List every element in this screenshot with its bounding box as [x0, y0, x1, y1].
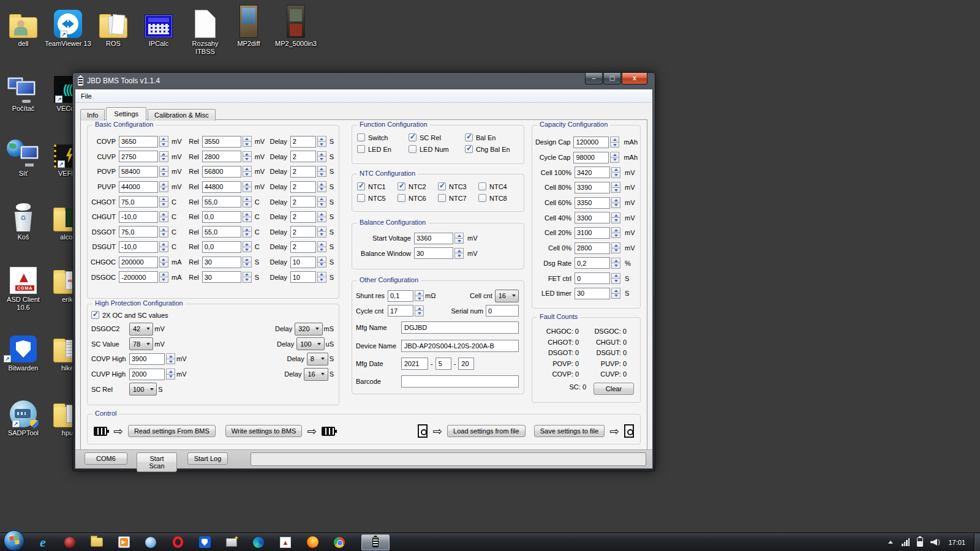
spinner-down[interactable] [611, 203, 620, 209]
rel-input[interactable] [202, 166, 241, 178]
checkbox[interactable]: ✓ [398, 182, 405, 190]
chevron-down-icon[interactable] [318, 369, 328, 380]
delay-input[interactable] [290, 211, 316, 223]
value-input[interactable] [119, 226, 158, 238]
chevron-down-icon[interactable] [147, 383, 156, 395]
spinner-down[interactable] [317, 171, 326, 178]
rel-input[interactable] [202, 211, 241, 223]
spinner-down[interactable] [243, 247, 252, 253]
cuvp-high-delay-dropdown[interactable]: 16 [304, 368, 328, 381]
load-settings-button[interactable]: Load settings from file [447, 425, 526, 437]
delay-input[interactable] [290, 181, 316, 193]
clock[interactable]: 17:01 [948, 539, 965, 546]
clear-button[interactable]: Clear [594, 383, 634, 395]
spinner-down[interactable] [317, 277, 326, 283]
tab-settings[interactable]: Settings [106, 107, 146, 121]
read-settings-button[interactable]: Read settings From BMS [128, 425, 216, 437]
start-log-button[interactable]: Start Log [187, 452, 228, 465]
value-input[interactable] [119, 211, 158, 223]
spinner-down[interactable] [317, 262, 326, 268]
spinner-down[interactable] [611, 187, 620, 193]
spinner-down[interactable] [243, 277, 252, 283]
checkbox[interactable]: ✓ [398, 194, 405, 202]
function-checkbox[interactable]: ✓ Chg Bal En [465, 145, 524, 153]
value-input[interactable] [119, 181, 158, 193]
spinner-down[interactable] [159, 156, 168, 162]
checkbox[interactable]: ✓ [465, 145, 473, 153]
device-install-icon[interactable] [225, 536, 238, 549]
covp-high-delay-dropdown[interactable]: 8 [307, 353, 328, 365]
spinner-down[interactable] [159, 141, 168, 148]
spinner-down[interactable] [415, 296, 424, 302]
ntc-checkbox[interactable]: ✓ NTC6 [398, 194, 438, 202]
rel-input[interactable] [202, 257, 241, 268]
function-checkbox[interactable]: ✓ Switch [357, 133, 409, 141]
cuvp-high-input[interactable] [129, 369, 165, 380]
value-input[interactable] [573, 137, 609, 148]
spinner-down[interactable] [317, 217, 326, 223]
ntc-checkbox[interactable]: ✓ NTC1 [357, 182, 398, 190]
dsgoc2-dropdown[interactable]: 42 [129, 323, 153, 335]
spinner-down[interactable] [159, 171, 168, 178]
function-checkbox[interactable]: ✓ LED En [357, 145, 409, 153]
network-signal-icon[interactable] [902, 538, 910, 546]
desktop-icon-mp2-5000in3[interactable]: MP2_5000in3 [273, 4, 319, 48]
value-input[interactable] [575, 288, 610, 299]
hidden-icons-arrow[interactable] [888, 541, 893, 544]
checkbox[interactable]: ✓ [357, 194, 365, 202]
value-input[interactable] [575, 227, 610, 239]
spinner-down[interactable] [243, 156, 252, 162]
ntc-checkbox[interactable]: ✓ NTC8 [478, 194, 519, 202]
spinner-down[interactable] [317, 231, 326, 238]
sc-value-dropdown[interactable]: 78 [129, 337, 153, 350]
bitwarden-icon[interactable] [198, 536, 211, 549]
device-name-input[interactable] [401, 340, 519, 352]
delay-input[interactable] [290, 271, 316, 283]
media-player-icon[interactable]: ▶ [117, 536, 130, 549]
volume-icon[interactable]: ) [930, 539, 940, 545]
spinner-down[interactable] [159, 247, 168, 253]
checkbox[interactable]: ✓ [465, 133, 473, 141]
value-input[interactable] [575, 272, 610, 284]
value-input[interactable] [119, 241, 158, 253]
desktop-icon-ipcalc[interactable]: IPCalc [135, 4, 182, 48]
spinner-down[interactable] [611, 217, 620, 223]
checkbox[interactable]: ✓ [438, 182, 446, 190]
maximize-button[interactable]: ▢ [603, 73, 621, 84]
ntc-checkbox[interactable]: ✓ NTC3 [438, 182, 478, 190]
tab-info[interactable]: Info [80, 109, 105, 121]
ntc-checkbox[interactable]: ✓ NTC2 [398, 182, 438, 190]
checkbox[interactable]: ✓ [357, 182, 365, 190]
delay-input[interactable] [290, 257, 316, 268]
chevron-down-icon[interactable] [143, 338, 153, 350]
spinner-down[interactable] [610, 157, 619, 163]
chevron-down-icon[interactable] [509, 290, 518, 302]
checkbox[interactable]: ✓ [409, 133, 417, 141]
spinner-down[interactable] [611, 172, 620, 178]
spinner-down[interactable] [159, 277, 168, 283]
mfg-name-input[interactable] [401, 321, 519, 334]
spinner-down[interactable] [159, 217, 168, 223]
2x-oc-sc-checkbox[interactable]: ✓ 2X OC and SC values [91, 311, 168, 319]
spinner-down[interactable] [611, 233, 620, 239]
spinner-down[interactable] [317, 247, 326, 253]
checkbox[interactable]: ✓ [91, 311, 99, 319]
value-input[interactable] [119, 136, 158, 148]
desktop-icon-computer[interactable]: Počítač [0, 69, 47, 113]
chevron-down-icon[interactable] [313, 323, 322, 335]
rel-input[interactable] [202, 151, 241, 162]
delay-input[interactable] [290, 166, 316, 178]
desktop-icon-bitwarden[interactable]: ↗ Bitwarden [0, 328, 47, 372]
value-input[interactable] [575, 242, 610, 254]
checkbox[interactable]: ✓ [357, 133, 365, 141]
tab-calibration-misc[interactable]: Calibration & Misc [148, 109, 216, 121]
chrome-icon[interactable] [333, 536, 346, 549]
sc-rel-dropdown[interactable]: 100 [129, 383, 157, 395]
media-app-icon[interactable] [63, 536, 77, 549]
value-input[interactable] [575, 197, 610, 209]
function-checkbox[interactable]: ✓ Bal En [465, 133, 524, 141]
spinner-down[interactable] [610, 142, 619, 148]
desktop-icon-recycle-bin[interactable]: ♻ Koš [0, 197, 47, 241]
rel-input[interactable] [202, 136, 241, 148]
opera-icon[interactable] [171, 536, 184, 549]
